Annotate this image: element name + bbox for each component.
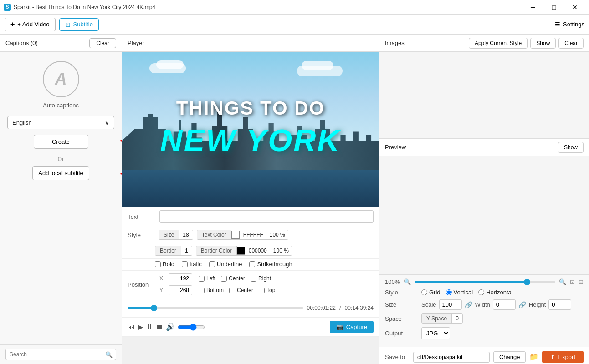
export-label: Export [558, 354, 575, 360]
zoom-in-icon[interactable]: 🔍 [559, 278, 566, 285]
underline-checkbox[interactable]: Underline [209, 261, 242, 268]
link-icon-2[interactable]: 🔗 [518, 301, 526, 308]
playback-controls: ⏮ ▶ ⏸ ⏹ 🔊 [128, 323, 205, 331]
preview-area [379, 156, 589, 274]
window-controls[interactable]: ─ □ ✕ [522, 0, 585, 15]
apply-style-button[interactable]: Apply Current Style [469, 38, 528, 49]
bottom-checkbox[interactable]: Bottom [199, 287, 224, 293]
stop-button[interactable]: ⏹ [156, 323, 163, 331]
save-path-input[interactable] [413, 352, 490, 363]
video-text-newyork: NEW YORK [122, 122, 379, 158]
search-bar: 🔍 [0, 344, 122, 364]
player-label: Player [128, 40, 144, 46]
style-setting-label: Style [385, 289, 417, 296]
style-checkboxes: Bold Italic Underline Strikethrough [122, 259, 379, 271]
position-controls: X Left Center [159, 273, 275, 295]
clear-images-button[interactable]: Clear [558, 38, 584, 49]
language-dropdown[interactable]: English ∨ [7, 116, 114, 129]
create-button[interactable]: Create [34, 135, 88, 149]
caption-text-input[interactable] [159, 210, 374, 223]
zoom-out-icon[interactable]: 🔍 [404, 278, 411, 285]
mute-button[interactable]: 🔊 [166, 323, 175, 331]
width-label: Width [475, 301, 490, 308]
window-title: Sparkit - Best Things To Do in New York … [14, 4, 155, 10]
change-path-button[interactable]: Change [493, 351, 526, 363]
scale-input[interactable] [439, 299, 462, 310]
center-x-checkbox[interactable]: Center [221, 275, 245, 282]
progress-thumb[interactable] [151, 305, 157, 311]
y-input[interactable] [169, 286, 192, 295]
minimize-button[interactable]: ─ [522, 0, 543, 15]
x-checkboxes: Left Center Right [199, 275, 271, 282]
preview-header: Preview Show [379, 139, 589, 156]
save-label: Save to [385, 354, 410, 360]
size-value[interactable]: 18 [179, 230, 192, 239]
width-input[interactable] [493, 299, 516, 310]
progress-fill [128, 307, 154, 309]
x-axis-label: X [159, 275, 166, 282]
vertical-radio[interactable]: Vertical [446, 289, 473, 296]
horizontal-radio[interactable]: Horizontal [478, 289, 513, 296]
top-checkbox[interactable]: Top [259, 287, 275, 293]
add-local-subtitle-button[interactable]: Add local subtitle [32, 166, 89, 180]
output-select[interactable]: JPG PNG [421, 327, 450, 339]
text-color-hex[interactable]: FFFFFF [240, 230, 267, 239]
rewind-button[interactable]: ⏮ [128, 323, 135, 331]
height-label: Height [529, 301, 546, 308]
x-input-group [169, 273, 192, 283]
bold-checkbox[interactable]: Bold [155, 261, 174, 268]
text-color-swatch[interactable] [231, 231, 240, 239]
close-button[interactable]: ✕ [564, 0, 585, 15]
center-y-checkbox[interactable]: Center [229, 287, 253, 293]
x-input[interactable] [169, 274, 192, 283]
output-row: Output JPG PNG [385, 327, 584, 339]
capture-button[interactable]: 📷 Capture [330, 321, 374, 333]
images-label: Images [385, 40, 405, 46]
progress-track[interactable] [128, 307, 303, 309]
video-placeholder: THINGS TO DO NEW YORK [122, 52, 379, 207]
left-checkbox[interactable]: Left [199, 275, 215, 282]
export-icon: ⬆ [550, 354, 555, 360]
pause-button[interactable]: ⏸ [146, 323, 153, 331]
y-space-value[interactable]: 0 [452, 314, 462, 323]
border-color-hex[interactable]: 000000 [245, 246, 271, 255]
search-input[interactable] [5, 349, 116, 360]
clear-captions-button[interactable]: Clear [89, 38, 116, 48]
save-row: Save to Change 📁 ⬆ Export [379, 347, 589, 364]
show-preview-button[interactable]: Show [558, 142, 584, 153]
border-color-swatch[interactable] [237, 247, 245, 255]
capture-label: Capture [346, 324, 367, 330]
play-button[interactable]: ▶ [138, 323, 143, 331]
right-panel: Images Apply Current Style Show Clear Pr… [379, 35, 589, 364]
x-row: X Left Center [159, 273, 275, 283]
size-setting-row: Size Scale 🔗 Width 🔗 Height [385, 299, 584, 310]
zoom-track[interactable] [415, 281, 555, 283]
add-video-button[interactable]: + + Add Video [5, 18, 56, 31]
volume-slider[interactable] [178, 324, 205, 331]
subtitle-button[interactable]: ⊡ Subtitle [59, 18, 99, 31]
video-text-things: THINGS TO DO [122, 97, 379, 119]
link-icon-1[interactable]: 🔗 [465, 301, 472, 308]
zoom-thumb[interactable] [524, 279, 530, 285]
border-value[interactable]: 1 [181, 246, 192, 255]
y-row: Y Bottom Center [159, 285, 275, 295]
strikethrough-checkbox[interactable]: Strikethrough [249, 261, 292, 268]
height-input[interactable] [548, 299, 571, 310]
export-button[interactable]: ⬆ Export [542, 351, 584, 363]
settings-button[interactable]: ☰ Settings [555, 21, 584, 28]
water [122, 170, 379, 207]
cloud-2 [156, 60, 184, 69]
italic-checkbox[interactable]: Italic [182, 261, 202, 268]
camera-icon: 📷 [336, 324, 343, 330]
images-actions: Apply Current Style Show Clear [469, 38, 584, 49]
folder-icon[interactable]: 📁 [529, 353, 538, 361]
maximize-button[interactable]: □ [543, 0, 564, 15]
right-checkbox[interactable]: Right [251, 275, 271, 282]
add-video-label: + Add Video [17, 21, 49, 28]
grid-radio[interactable]: Grid [421, 289, 440, 296]
show-images-button[interactable]: Show [530, 38, 556, 49]
zoom-percent: 100% [385, 278, 400, 285]
auto-caption-icon: A [43, 61, 79, 97]
search-wrapper: 🔍 [5, 349, 116, 360]
size-setting-label: Size [385, 301, 417, 308]
